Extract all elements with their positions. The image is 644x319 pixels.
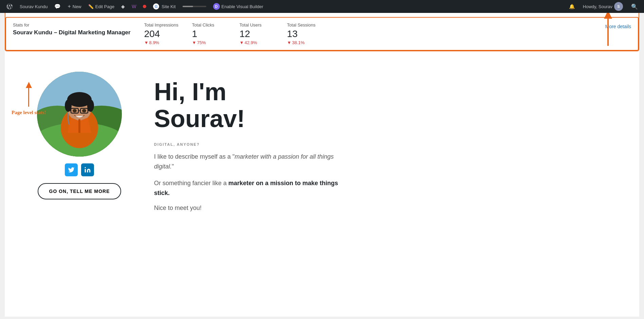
sessions-label: Total Sessions — [287, 22, 321, 28]
page-level-annotation: Page level stats! — [12, 82, 46, 116]
visual-builder-label: Enable Visual Builder — [222, 4, 263, 9]
hero-tagline: DIGITAL, ANYONE? — [154, 142, 612, 146]
annotation-text: Page level stats! — [12, 109, 46, 116]
edit-page-item[interactable]: ✏️ Edit Page — [85, 0, 118, 13]
search-icon: 🔍 — [631, 3, 638, 10]
search-item[interactable]: 🔍 — [628, 0, 641, 13]
clicks-value: 1 — [192, 29, 226, 39]
total-users-stat: Total Users 12 ▼ 42.9% — [240, 22, 273, 45]
hero-description-1: I like to describe myself as a "marketer… — [154, 152, 344, 172]
plus-icon: + — [68, 3, 71, 10]
clicks-label: Total Clicks — [192, 22, 226, 28]
total-impressions-stat: Total Impressions 204 ▼ 8.9% — [144, 22, 178, 45]
record-item[interactable] — [139, 0, 150, 13]
users-value: 12 — [240, 29, 273, 39]
stats-for-text: Stats for — [13, 22, 131, 28]
users-label: Total Users — [240, 22, 273, 28]
woo-item[interactable]: W — [128, 0, 139, 13]
site-kit-item[interactable]: G Site Kit — [150, 0, 179, 13]
notifications-item[interactable]: 🔔 — [566, 0, 578, 13]
admin-bar: Sourav Kundu 💬 + New ✏️ Edit Page ◆ W — [0, 0, 644, 13]
svg-point-21 — [85, 167, 86, 168]
cta-button[interactable]: GO ON, TELL ME MORE — [38, 183, 121, 199]
clicks-change: ▼ 75% — [192, 40, 226, 45]
diamond-item[interactable]: ◆ — [118, 0, 128, 13]
comments-item[interactable]: 💬 — [51, 0, 64, 13]
wp-logo-item[interactable] — [3, 0, 16, 13]
annotation-arrow-head — [26, 82, 32, 88]
visual-builder-item[interactable]: D Enable Visual Builder — [210, 0, 267, 13]
total-sessions-stat: Total Sessions 13 ▼ 38.1% — [287, 22, 321, 45]
comment-icon: 💬 — [54, 3, 61, 10]
divi-icon: D — [213, 3, 220, 10]
site-name-item[interactable]: Sourav Kundu — [16, 0, 51, 13]
impressions-change: ▼ 8.9% — [144, 40, 178, 45]
bell-icon: 🔔 — [569, 4, 575, 9]
linkedin-icon[interactable] — [81, 163, 94, 176]
big-arrow-annotation — [604, 11, 612, 46]
total-clicks-stat: Total Clicks 1 ▼ 75% — [192, 22, 226, 45]
big-arrow-line — [607, 19, 609, 46]
stats-label-section: Stats for Sourav Kundu – Digital Marketi… — [13, 22, 131, 36]
user-avatar: S — [614, 2, 623, 11]
svg-point-18 — [82, 109, 86, 112]
sessions-value: 13 — [287, 29, 321, 39]
svg-rect-19 — [78, 119, 80, 133]
page-content: Page level stats! — [5, 51, 639, 317]
hero-nice-to-meet: Nice to meet you! — [154, 205, 612, 212]
sessions-down-arrow: ▼ — [287, 40, 291, 45]
clicks-down-arrow: ▼ — [192, 40, 196, 45]
diamond-icon: ◆ — [121, 4, 125, 9]
hero-greeting: Hi, I'mSourav! — [154, 78, 612, 132]
impressions-label: Total Impressions — [144, 22, 178, 28]
site-kit-label: Site Kit — [162, 4, 175, 9]
impressions-down-arrow: ▼ — [144, 40, 149, 45]
site-name-label: Sourav Kundu — [20, 4, 48, 9]
profile-photo — [37, 72, 122, 157]
hero-right: Hi, I'mSourav! DIGITAL, ANYONE? I like t… — [154, 72, 612, 212]
new-label: New — [73, 4, 81, 9]
edit-page-label: Edit Page — [95, 4, 114, 9]
howdy-label: Howdy, Sourav — [583, 4, 612, 9]
record-icon — [143, 4, 146, 9]
hero-left: Page level stats! — [32, 72, 127, 212]
hero-description-2: Or something fancier like a marketer on … — [154, 178, 344, 198]
sessions-change: ▼ 38.1% — [287, 40, 321, 45]
progress-bar-item — [179, 0, 210, 13]
stats-page-title: Sourav Kundu – Digital Marketing Manager — [13, 29, 131, 36]
impressions-value: 204 — [144, 29, 178, 39]
howdy-item[interactable]: Howdy, Sourav S — [580, 0, 626, 13]
twitter-icon[interactable] — [65, 163, 78, 176]
new-item[interactable]: + New — [64, 0, 84, 13]
users-change: ▼ 42.9% — [240, 40, 273, 45]
svg-point-17 — [73, 109, 77, 112]
hero-section: Page level stats! — [5, 51, 639, 232]
woo-icon: W — [132, 4, 136, 9]
social-icons — [65, 163, 94, 176]
annotation-arrow-line — [28, 88, 29, 107]
users-down-arrow: ▼ — [240, 40, 244, 45]
google-icon: G — [153, 3, 159, 10]
stats-bar: Stats for Sourav Kundu – Digital Marketi… — [5, 17, 639, 51]
pencil-icon: ✏️ — [88, 4, 94, 9]
